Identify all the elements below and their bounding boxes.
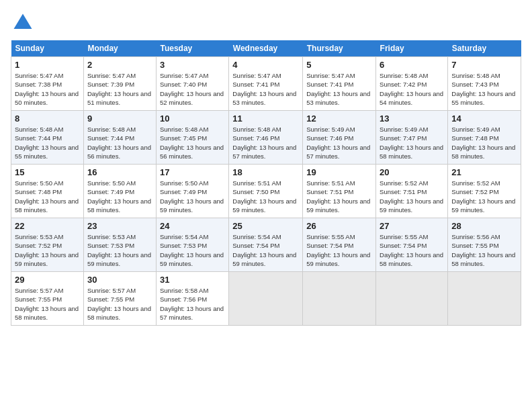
- weekday-header-saturday: Saturday: [448, 40, 521, 57]
- day-info: Sunrise: 5:47 AMSunset: 7:41 PMDaylight:…: [306, 71, 372, 107]
- calendar-cell: 29Sunrise: 5:57 AMSunset: 7:55 PMDayligh…: [11, 272, 84, 326]
- day-number: 21: [451, 167, 517, 177]
- day-number: 25: [232, 221, 299, 231]
- day-number: 20: [380, 167, 444, 177]
- day-info: Sunrise: 5:51 AMSunset: 7:50 PMDaylight:…: [232, 179, 299, 214]
- calendar-cell: 24Sunrise: 5:54 AMSunset: 7:53 PMDayligh…: [156, 218, 228, 272]
- day-info: Sunrise: 5:51 AMSunset: 7:51 PMDaylight:…: [306, 179, 372, 214]
- day-number: 8: [15, 113, 80, 124]
- weekday-header-thursday: Thursday: [303, 40, 376, 57]
- day-info: Sunrise: 5:55 AMSunset: 7:54 PMDaylight:…: [306, 232, 372, 268]
- day-number: 18: [232, 167, 299, 177]
- svg-marker-0: [14, 14, 32, 30]
- day-info: Sunrise: 5:48 AMSunset: 7:46 PMDaylight:…: [232, 125, 299, 161]
- page-header: [11, 11, 521, 35]
- day-number: 30: [87, 275, 152, 285]
- day-info: Sunrise: 5:48 AMSunset: 7:43 PMDaylight:…: [451, 71, 517, 107]
- calendar-cell: 13Sunrise: 5:49 AMSunset: 7:47 PMDayligh…: [376, 111, 448, 165]
- day-number: 11: [232, 113, 299, 124]
- day-number: 19: [306, 167, 372, 177]
- calendar-week-3: 15Sunrise: 5:50 AMSunset: 7:48 PMDayligh…: [11, 165, 521, 218]
- weekday-header-friday: Friday: [376, 40, 448, 57]
- day-info: Sunrise: 5:47 AMSunset: 7:40 PMDaylight:…: [160, 71, 225, 107]
- calendar-cell: 6Sunrise: 5:48 AMSunset: 7:42 PMDaylight…: [376, 57, 448, 111]
- calendar-cell: 5Sunrise: 5:47 AMSunset: 7:41 PMDaylight…: [303, 57, 376, 111]
- calendar-cell: 30Sunrise: 5:57 AMSunset: 7:55 PMDayligh…: [83, 272, 156, 326]
- calendar-table: SundayMondayTuesdayWednesdayThursdayFrid…: [11, 40, 521, 326]
- day-number: 13: [380, 113, 444, 124]
- day-info: Sunrise: 5:57 AMSunset: 7:55 PMDaylight:…: [87, 286, 152, 322]
- calendar-cell: 23Sunrise: 5:53 AMSunset: 7:53 PMDayligh…: [83, 218, 156, 272]
- day-info: Sunrise: 5:58 AMSunset: 7:56 PMDaylight:…: [160, 286, 225, 322]
- calendar-cell: 21Sunrise: 5:52 AMSunset: 7:52 PMDayligh…: [448, 165, 521, 218]
- day-number: 24: [160, 221, 225, 231]
- weekday-header-sunday: Sunday: [11, 40, 84, 57]
- day-number: 12: [306, 113, 372, 124]
- day-info: Sunrise: 5:47 AMSunset: 7:39 PMDaylight:…: [87, 71, 152, 107]
- calendar-cell: 20Sunrise: 5:52 AMSunset: 7:51 PMDayligh…: [376, 165, 448, 218]
- calendar-week-1: 1Sunrise: 5:47 AMSunset: 7:38 PMDaylight…: [11, 57, 521, 111]
- calendar-cell: [229, 272, 303, 326]
- day-number: 5: [306, 60, 372, 70]
- calendar-cell: 14Sunrise: 5:49 AMSunset: 7:48 PMDayligh…: [448, 111, 521, 165]
- calendar-cell: 7Sunrise: 5:48 AMSunset: 7:43 PMDaylight…: [448, 57, 521, 111]
- calendar-week-2: 8Sunrise: 5:48 AMSunset: 7:44 PMDaylight…: [11, 111, 521, 165]
- day-number: 9: [87, 113, 152, 124]
- day-info: Sunrise: 5:50 AMSunset: 7:48 PMDaylight:…: [15, 179, 80, 214]
- day-info: Sunrise: 5:47 AMSunset: 7:38 PMDaylight:…: [15, 71, 80, 107]
- day-info: Sunrise: 5:54 AMSunset: 7:54 PMDaylight:…: [232, 232, 299, 268]
- weekday-header-wednesday: Wednesday: [229, 40, 303, 57]
- weekday-header-monday: Monday: [83, 40, 156, 57]
- calendar-body: 1Sunrise: 5:47 AMSunset: 7:38 PMDaylight…: [11, 57, 521, 326]
- day-number: 6: [380, 60, 444, 70]
- day-info: Sunrise: 5:50 AMSunset: 7:49 PMDaylight:…: [160, 179, 225, 214]
- day-info: Sunrise: 5:52 AMSunset: 7:51 PMDaylight:…: [380, 179, 444, 214]
- day-info: Sunrise: 5:49 AMSunset: 7:46 PMDaylight:…: [306, 125, 372, 161]
- calendar-cell: 22Sunrise: 5:53 AMSunset: 7:52 PMDayligh…: [11, 218, 84, 272]
- day-info: Sunrise: 5:48 AMSunset: 7:42 PMDaylight:…: [380, 71, 444, 107]
- calendar-cell: 3Sunrise: 5:47 AMSunset: 7:40 PMDaylight…: [156, 57, 228, 111]
- day-info: Sunrise: 5:52 AMSunset: 7:52 PMDaylight:…: [451, 179, 517, 214]
- calendar-cell: 1Sunrise: 5:47 AMSunset: 7:38 PMDaylight…: [11, 57, 84, 111]
- day-info: Sunrise: 5:49 AMSunset: 7:48 PMDaylight:…: [451, 125, 517, 161]
- calendar-cell: 2Sunrise: 5:47 AMSunset: 7:39 PMDaylight…: [83, 57, 156, 111]
- day-number: 14: [451, 113, 517, 124]
- day-info: Sunrise: 5:48 AMSunset: 7:44 PMDaylight:…: [87, 125, 152, 161]
- calendar-cell: 16Sunrise: 5:50 AMSunset: 7:49 PMDayligh…: [83, 165, 156, 218]
- day-number: 7: [451, 60, 517, 70]
- day-number: 31: [160, 275, 225, 285]
- day-number: 4: [232, 60, 299, 70]
- day-number: 3: [160, 60, 225, 70]
- calendar-week-5: 29Sunrise: 5:57 AMSunset: 7:55 PMDayligh…: [11, 272, 521, 326]
- day-number: 23: [87, 221, 152, 231]
- calendar-cell: 4Sunrise: 5:47 AMSunset: 7:41 PMDaylight…: [229, 57, 303, 111]
- calendar-cell: 27Sunrise: 5:55 AMSunset: 7:54 PMDayligh…: [376, 218, 448, 272]
- day-info: Sunrise: 5:50 AMSunset: 7:49 PMDaylight:…: [87, 179, 152, 214]
- day-info: Sunrise: 5:48 AMSunset: 7:44 PMDaylight:…: [15, 125, 80, 161]
- logo-icon: [11, 11, 35, 35]
- calendar-week-4: 22Sunrise: 5:53 AMSunset: 7:52 PMDayligh…: [11, 218, 521, 272]
- calendar-cell: 31Sunrise: 5:58 AMSunset: 7:56 PMDayligh…: [156, 272, 228, 326]
- calendar-cell: 11Sunrise: 5:48 AMSunset: 7:46 PMDayligh…: [229, 111, 303, 165]
- day-info: Sunrise: 5:57 AMSunset: 7:55 PMDaylight:…: [15, 286, 80, 322]
- weekday-header-row: SundayMondayTuesdayWednesdayThursdayFrid…: [11, 40, 521, 57]
- day-number: 17: [160, 167, 225, 177]
- day-info: Sunrise: 5:54 AMSunset: 7:53 PMDaylight:…: [160, 232, 225, 268]
- calendar-cell: 28Sunrise: 5:56 AMSunset: 7:55 PMDayligh…: [448, 218, 521, 272]
- day-info: Sunrise: 5:49 AMSunset: 7:47 PMDaylight:…: [380, 125, 444, 161]
- day-number: 28: [451, 221, 517, 231]
- calendar-cell: 9Sunrise: 5:48 AMSunset: 7:44 PMDaylight…: [83, 111, 156, 165]
- calendar-cell: 25Sunrise: 5:54 AMSunset: 7:54 PMDayligh…: [229, 218, 303, 272]
- day-info: Sunrise: 5:56 AMSunset: 7:55 PMDaylight:…: [451, 232, 517, 268]
- day-info: Sunrise: 5:55 AMSunset: 7:54 PMDaylight:…: [380, 232, 444, 268]
- calendar-cell: 19Sunrise: 5:51 AMSunset: 7:51 PMDayligh…: [303, 165, 376, 218]
- calendar-cell: 17Sunrise: 5:50 AMSunset: 7:49 PMDayligh…: [156, 165, 228, 218]
- calendar-cell: [376, 272, 448, 326]
- day-info: Sunrise: 5:53 AMSunset: 7:52 PMDaylight:…: [15, 232, 80, 268]
- calendar-cell: 8Sunrise: 5:48 AMSunset: 7:44 PMDaylight…: [11, 111, 84, 165]
- day-number: 10: [160, 113, 225, 124]
- day-number: 1: [15, 60, 80, 70]
- calendar-cell: [303, 272, 376, 326]
- logo: [11, 11, 39, 35]
- calendar-cell: 26Sunrise: 5:55 AMSunset: 7:54 PMDayligh…: [303, 218, 376, 272]
